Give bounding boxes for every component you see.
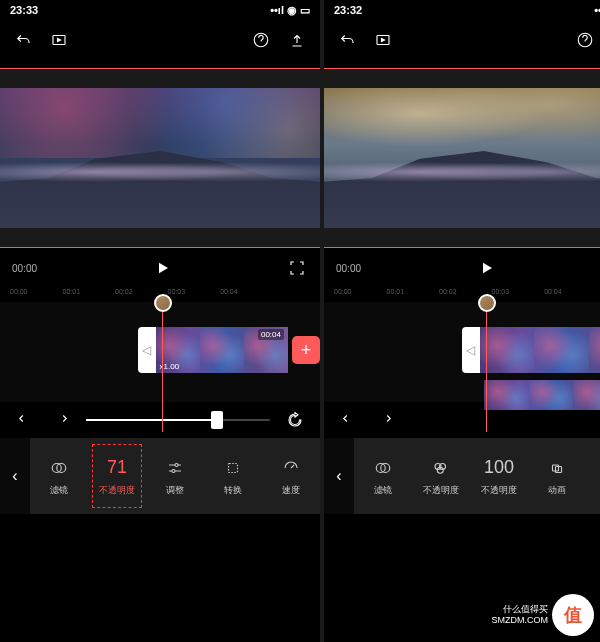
tool-adjust[interactable]: 调整: [146, 438, 204, 514]
adjust-icon: [166, 456, 184, 480]
tool-opacity[interactable]: 71 不透明度: [88, 438, 146, 514]
watermark-logo: 值: [552, 594, 594, 636]
video-track[interactable]: ◁ 00:04: [462, 327, 600, 373]
video-clip[interactable]: 00:04 x1.00: [156, 327, 288, 373]
phone-right: 23:32 ••ıl ◉ ▭ 00:00 00:00 00:01 00:02 0…: [324, 0, 600, 642]
play-button[interactable]: [37, 259, 286, 277]
clip-duration: 00:04: [258, 329, 284, 340]
blend-icon: [432, 456, 450, 480]
wifi-icon: ◉: [287, 4, 297, 17]
current-time: 00:00: [12, 263, 37, 274]
timeline[interactable]: ◁ 00:04 +: [324, 302, 600, 402]
back-button[interactable]: ‹: [0, 438, 30, 514]
status-bar: 23:33 ••ıl ◉ ▭: [0, 0, 320, 20]
bottom-toolbar: ‹ 滤镜 71 不透明度 调整 转换 速度: [0, 438, 320, 514]
status-bar: 23:32 ••ıl ◉ ▭: [324, 0, 600, 20]
tool-filter[interactable]: 滤镜: [354, 438, 412, 514]
signal-icon: ••ıl: [594, 4, 600, 16]
video-preview[interactable]: [0, 68, 320, 248]
help-button[interactable]: [250, 29, 272, 51]
tool-speed[interactable]: 速度: [262, 438, 320, 514]
redo-icon[interactable]: [50, 409, 72, 431]
opacity-value: 100: [484, 456, 514, 480]
playhead-marker[interactable]: [478, 294, 496, 312]
clip-handle-left[interactable]: ◁: [462, 327, 480, 373]
video-preview[interactable]: [324, 68, 600, 248]
signal-icon: ••ıl: [270, 4, 284, 16]
help-button[interactable]: [574, 29, 596, 51]
watermark-text: 什么值得买 SMZDM.COM: [492, 604, 549, 626]
preview-image: [324, 88, 600, 228]
bottom-toolbar: ‹ 滤镜 不透明度 100 不透明度 动画 蒙板: [324, 438, 600, 514]
status-time: 23:32: [334, 4, 362, 16]
undo-button[interactable]: [336, 29, 358, 51]
tool-blend[interactable]: 不透明度: [412, 438, 470, 514]
svg-point-5: [172, 469, 175, 472]
add-clip-button[interactable]: +: [292, 336, 320, 364]
slider-thumb[interactable]: [211, 411, 223, 429]
svg-point-4: [175, 463, 178, 466]
status-icons: ••ıl ◉ ▭: [270, 4, 310, 17]
current-time: 00:00: [336, 263, 361, 274]
preview-button[interactable]: [372, 29, 394, 51]
video-clip[interactable]: 00:04: [480, 327, 600, 373]
preview-image: [0, 88, 320, 228]
phone-left: 23:33 ••ıl ◉ ▭ 00:00 00:00 00:01 00:02 0…: [0, 0, 320, 642]
play-button[interactable]: [361, 259, 600, 277]
filter-icon: [374, 456, 392, 480]
undo-icon[interactable]: [14, 409, 36, 431]
playhead-line: [486, 310, 487, 432]
status-time: 23:33: [10, 4, 38, 16]
battery-icon: ▭: [300, 4, 310, 17]
overlay-track[interactable]: +: [484, 380, 600, 410]
playback-bar: 00:00: [324, 248, 600, 288]
tool-mask[interactable]: 蒙板: [586, 438, 600, 514]
clip-handle-left[interactable]: ◁: [138, 327, 156, 373]
playback-bar: 00:00: [0, 248, 320, 288]
top-bar: [324, 20, 600, 60]
undo-icon[interactable]: [338, 409, 360, 431]
status-icons: ••ıl ◉ ▭: [594, 4, 600, 17]
redo-icon[interactable]: [374, 409, 396, 431]
tool-opacity[interactable]: 100 不透明度: [470, 438, 528, 514]
opacity-value: 71: [107, 456, 127, 480]
opacity-slider[interactable]: [86, 419, 270, 421]
speed-icon: [282, 456, 300, 480]
video-track[interactable]: ◁ 00:04 x1.00 +: [138, 327, 320, 373]
filter-icon: [50, 456, 68, 480]
svg-rect-6: [229, 463, 238, 472]
share-button[interactable]: [286, 29, 308, 51]
timeline[interactable]: ◁ 00:04 x1.00 +: [0, 302, 320, 402]
undo-button[interactable]: [12, 29, 34, 51]
playhead-line: [162, 310, 163, 432]
tool-animation[interactable]: 动画: [528, 438, 586, 514]
watermark: 什么值得买 SMZDM.COM 值: [492, 594, 595, 636]
reset-icon[interactable]: [284, 409, 306, 431]
top-bar: [0, 20, 320, 60]
animation-icon: [548, 456, 566, 480]
timeline-ruler: 00:00 00:01 00:02 00:03 00:04: [324, 288, 600, 302]
preview-button[interactable]: [48, 29, 70, 51]
playhead-marker[interactable]: [154, 294, 172, 312]
overlay-clip[interactable]: [484, 380, 600, 410]
fullscreen-button[interactable]: [286, 257, 308, 279]
tool-filter[interactable]: 滤镜: [30, 438, 88, 514]
opacity-slider-row: [0, 402, 320, 438]
transform-icon: [224, 456, 242, 480]
back-button[interactable]: ‹: [324, 438, 354, 514]
tool-transform[interactable]: 转换: [204, 438, 262, 514]
